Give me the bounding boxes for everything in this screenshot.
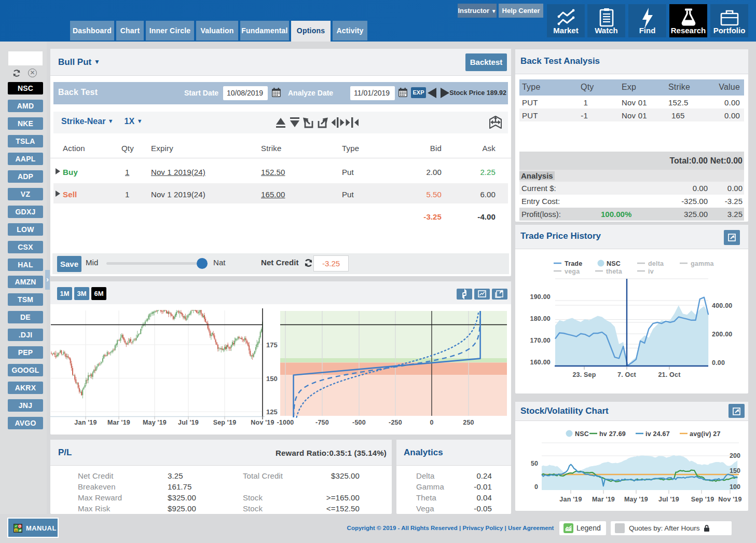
- svg-text:hv 27.69: hv 27.69: [599, 430, 626, 438]
- svg-text:160.00: 160.00: [530, 359, 551, 366]
- svg-text:180.00: 180.00: [530, 315, 551, 322]
- svg-text:theta: theta: [606, 268, 623, 275]
- svg-text:0: 0: [430, 419, 433, 426]
- svg-text:Nov '19: Nov '19: [251, 419, 274, 426]
- svg-text:avg(iv) 27: avg(iv) 27: [690, 430, 721, 438]
- svg-text:NSC: NSC: [575, 430, 589, 438]
- svg-text:150: 150: [266, 375, 278, 383]
- svg-text:Jul '19: Jul '19: [178, 419, 199, 426]
- svg-text:0.00: 0.00: [712, 359, 725, 366]
- svg-text:vega: vega: [565, 268, 580, 275]
- svg-text:170.00: 170.00: [530, 337, 551, 344]
- svg-text:175: 175: [266, 341, 278, 349]
- svg-text:NSC: NSC: [607, 260, 621, 267]
- svg-text:7. Oct: 7. Oct: [617, 371, 637, 378]
- svg-text:iv: iv: [648, 268, 654, 275]
- svg-text:Jan '19: Jan '19: [559, 496, 582, 503]
- svg-text:Mar '19: Mar '19: [107, 419, 130, 426]
- svg-text:200: 200: [730, 452, 740, 459]
- svg-text:Sep '19: Sep '19: [691, 496, 714, 503]
- svg-text:100: 100: [730, 483, 740, 491]
- svg-text:Mar '19: Mar '19: [592, 496, 615, 503]
- svg-text:-750: -750: [315, 419, 329, 426]
- svg-text:400.00: 400.00: [712, 302, 732, 309]
- svg-text:May '19: May '19: [143, 419, 167, 426]
- svg-text:Jan '19: Jan '19: [74, 419, 97, 426]
- svg-text:-500: -500: [352, 419, 366, 426]
- svg-text:Nov '19: Nov '19: [718, 496, 741, 503]
- svg-text:-1000: -1000: [277, 419, 294, 426]
- svg-text:delta: delta: [648, 260, 664, 267]
- svg-text:0: 0: [534, 483, 538, 491]
- svg-text:150: 150: [730, 467, 740, 474]
- svg-text:Jul '19: Jul '19: [658, 496, 679, 503]
- svg-text:23. Sep: 23. Sep: [572, 371, 596, 378]
- svg-text:Trade: Trade: [565, 260, 582, 267]
- svg-text:125: 125: [266, 408, 278, 416]
- svg-text:50: 50: [531, 460, 538, 467]
- svg-text:gamma: gamma: [691, 260, 714, 267]
- svg-text:-250: -250: [389, 419, 402, 426]
- svg-text:Sep '19: Sep '19: [213, 419, 237, 426]
- svg-text:iv 24.67: iv 24.67: [645, 430, 670, 438]
- svg-text:21. Oct: 21. Oct: [658, 371, 681, 378]
- svg-text:190.00: 190.00: [530, 293, 551, 301]
- svg-text:May '19: May '19: [624, 496, 648, 503]
- svg-text:250: 250: [463, 419, 474, 426]
- svg-text:200.00: 200.00: [712, 331, 732, 338]
